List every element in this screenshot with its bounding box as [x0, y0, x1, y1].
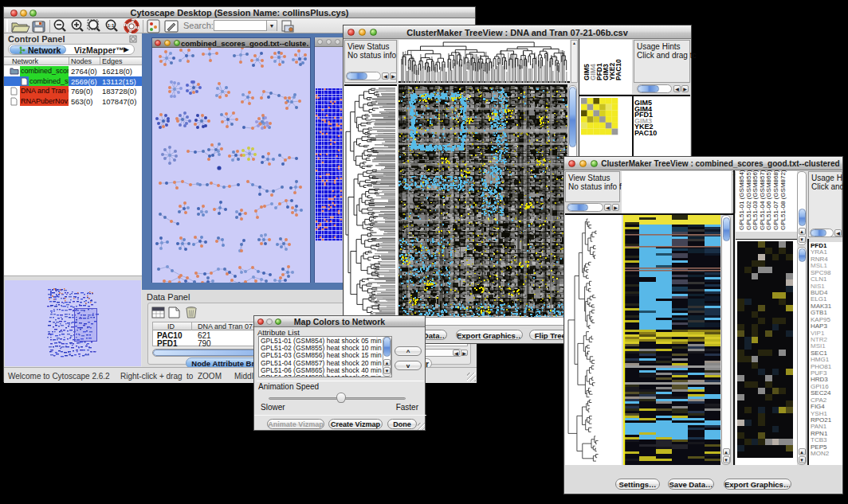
svg-text:1:1: 1:1	[108, 23, 115, 28]
